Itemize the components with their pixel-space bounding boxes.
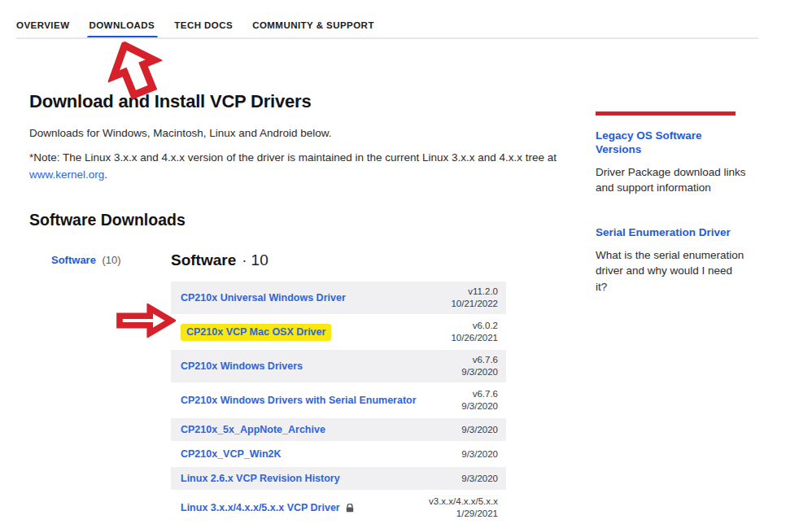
related-sidebar: Legacy OS Software Versions Driver Packa… [596, 111, 747, 295]
row-title-cell: CP210x Universal Windows Driver [181, 291, 451, 304]
row-title-cell: Linux 3.x.x/4.x.x/5.x.x VCP Driver [181, 501, 429, 514]
row-date: 10/26/2021 [451, 332, 498, 344]
row-title-cell: CP210x_VCP_Win2K [181, 448, 461, 461]
downloads-page: OVERVIEW DOWNLOADS TECH DOCS COMMUNITY &… [0, 0, 812, 524]
list-separator: · [242, 251, 247, 269]
software-list-section: Software·10 CP210x Universal Windows Dri… [171, 251, 506, 524]
download-link[interactable]: CP210x VCP Mac OSX Driver [181, 324, 331, 341]
row-meta: v3.x.x/4.x.x/5.x.x 1/29/2021 [429, 493, 498, 522]
row-title-cell: CP210x_5x_AppNote_Archive [181, 423, 461, 436]
download-link[interactable]: CP210x_5x_AppNote_Archive [181, 423, 325, 436]
download-link[interactable]: Linux 2.6.x VCP Revision History [181, 472, 340, 485]
kernel-org-link[interactable]: www.kernel.org [29, 168, 104, 181]
serial-enumeration-link[interactable]: Serial Enumeration Driver [596, 226, 747, 240]
sidebar-accent-bar [596, 111, 736, 116]
download-link[interactable]: CP210x_VCP_Win2K [181, 448, 282, 461]
download-link[interactable]: CP210x Universal Windows Driver [181, 291, 346, 304]
section-title: Software Downloads [29, 211, 186, 229]
row-title-cell: CP210x Windows Drivers [181, 360, 461, 373]
legacy-os-link[interactable]: Legacy OS Software Versions [596, 129, 747, 157]
table-row: Linux 3.x.x/4.x.x/5.x.x VCP Driver v3.x.… [171, 491, 506, 524]
list-heading: Software·10 [171, 251, 506, 269]
row-version: v6.7.6 [461, 388, 498, 400]
serial-enum-group: Serial Enumeration Driver What is the se… [596, 226, 747, 295]
table-row: Linux 2.6.x VCP Revision History 9/3/202… [171, 467, 506, 490]
software-filter-link[interactable]: Software [51, 254, 96, 266]
note-text: *Note: The Linux 3.x.x and 4.x.x version… [29, 149, 583, 183]
row-version: v11.2.0 [451, 286, 498, 298]
software-filter: Software (10) [51, 254, 121, 266]
row-date: 9/3/2020 [461, 424, 498, 436]
tab-community-support[interactable]: COMMUNITY & SUPPORT [252, 20, 374, 30]
download-link[interactable]: CP210x Windows Drivers with Serial Enume… [181, 394, 417, 407]
tab-tech-docs[interactable]: TECH DOCS [174, 20, 233, 30]
tab-overview[interactable]: OVERVIEW [16, 20, 69, 30]
row-date: 9/3/2020 [461, 366, 498, 378]
table-row: CP210x_5x_AppNote_Archive 9/3/2020 [171, 418, 506, 441]
page-title: Download and Install VCP Drivers [29, 91, 312, 112]
row-meta: v11.2.0 10/21/2022 [451, 283, 498, 312]
table-row: CP210x Windows Drivers v6.7.6 9/3/2020 [171, 350, 506, 382]
row-version: v6.7.6 [461, 354, 498, 366]
row-meta: v6.0.2 10/26/2021 [451, 317, 498, 347]
row-date: 1/29/2021 [429, 508, 498, 520]
row-meta: v6.7.6 9/3/2020 [461, 352, 498, 381]
row-title-cell: Linux 2.6.x VCP Revision History [181, 472, 461, 485]
software-list: CP210x Universal Windows Driver v11.2.0 … [171, 282, 506, 524]
row-date: 9/3/2020 [461, 473, 498, 485]
row-date: 9/3/2020 [461, 448, 498, 461]
row-title-cell: CP210x Windows Drivers with Serial Enume… [181, 394, 461, 407]
tab-bar: OVERVIEW DOWNLOADS TECH DOCS COMMUNITY &… [16, 20, 374, 30]
note-suffix: . [104, 168, 107, 181]
row-date: 10/21/2022 [451, 298, 498, 310]
tab-downloads[interactable]: DOWNLOADS [89, 20, 155, 30]
table-row: CP210x Windows Drivers with Serial Enume… [171, 384, 506, 417]
software-filter-count: (10) [103, 254, 121, 266]
nav-divider [16, 37, 758, 39]
download-link[interactable]: Linux 3.x.x/4.x.x/5.x.x VCP Driver [181, 501, 340, 514]
row-title-cell: CP210x VCP Mac OSX Driver [181, 324, 451, 341]
red-arrow-right-icon [115, 303, 176, 338]
serial-enum-description: What is the serial enumeration driver an… [596, 247, 747, 295]
list-count: 10 [251, 251, 268, 269]
row-version: v6.0.2 [451, 320, 498, 332]
row-version: v3.x.x/4.x.x/5.x.x [429, 496, 498, 508]
row-meta: v6.7.6 9/3/2020 [461, 386, 498, 415]
legacy-os-description: Driver Package download links and suppor… [596, 164, 747, 196]
table-row: CP210x Universal Windows Driver v11.2.0 … [171, 282, 506, 314]
lock-icon [346, 504, 354, 513]
row-date: 9/3/2020 [461, 400, 498, 413]
row-meta: 9/3/2020 [461, 470, 498, 487]
intro-text: Downloads for Windows, Macintosh, Linux … [29, 127, 331, 139]
row-meta: 9/3/2020 [461, 421, 498, 439]
list-title: Software [171, 251, 236, 269]
table-row: CP210x_VCP_Win2K 9/3/2020 [171, 443, 506, 465]
row-meta: 9/3/2020 [461, 446, 498, 463]
download-link[interactable]: CP210x Windows Drivers [181, 360, 303, 373]
note-body: *Note: The Linux 3.x.x and 4.x.x version… [29, 151, 557, 164]
table-row: CP210x VCP Mac OSX Driver v6.0.2 10/26/2… [171, 316, 506, 348]
